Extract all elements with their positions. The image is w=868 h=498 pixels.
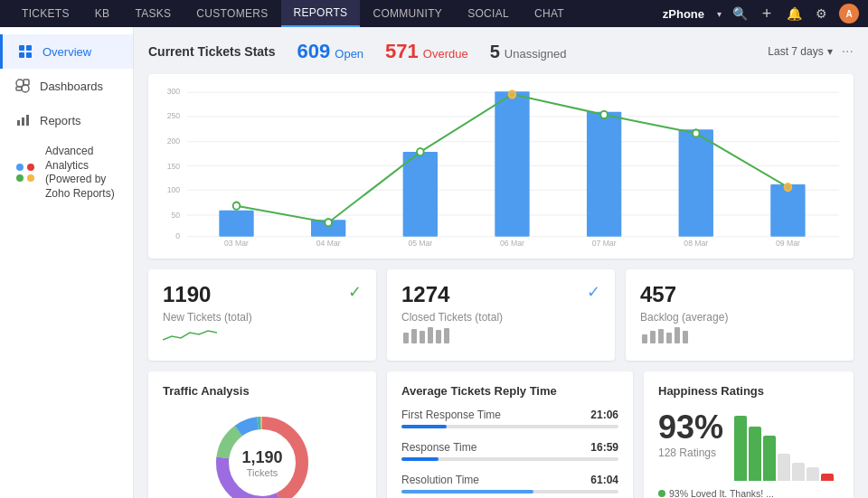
hap-dot-1	[658, 490, 665, 497]
new-tickets-label: New Tickets (total)	[163, 311, 362, 324]
nav-social[interactable]: SOCIAL	[455, 0, 522, 27]
reply-label-1: First Response Time	[401, 409, 501, 421]
svg-rect-6	[24, 80, 29, 85]
svg-rect-10	[26, 115, 29, 126]
svg-rect-33	[587, 112, 621, 237]
add-icon[interactable]: +	[758, 5, 776, 23]
svg-rect-51	[411, 329, 417, 343]
sidebar-label-dashboards: Dashboards	[40, 80, 103, 93]
svg-point-36	[233, 202, 241, 210]
svg-text:250: 250	[167, 111, 180, 120]
traffic-analysis-card: Traffic Analysis	[148, 371, 376, 498]
reply-val-2: 16:59	[590, 441, 618, 454]
svg-text:150: 150	[167, 161, 180, 170]
settings-icon[interactable]: ⚙	[812, 5, 830, 23]
svg-text:50: 50	[172, 211, 181, 220]
svg-point-13	[16, 174, 24, 182]
sidebar-item-reports[interactable]: Reports	[0, 103, 133, 137]
nav-tasks[interactable]: TASKS	[122, 0, 184, 27]
avatar[interactable]: A	[839, 4, 859, 23]
svg-point-39	[509, 90, 516, 98]
svg-rect-29	[219, 211, 253, 237]
dropdown-icon: ▾	[717, 9, 722, 19]
donut-wrap: 1,190 Tickets	[163, 409, 362, 498]
sidebar-item-overview[interactable]: Overview	[0, 34, 133, 69]
svg-rect-59	[666, 333, 672, 343]
search-icon[interactable]: 🔍	[731, 5, 749, 23]
reply-bar-fill-3	[401, 490, 533, 493]
reply-bar-bg-1	[401, 425, 618, 428]
sparkline-1	[163, 324, 217, 345]
svg-rect-60	[675, 327, 680, 343]
nav-reports[interactable]: REPORTS	[281, 0, 361, 27]
sparkline-2	[401, 324, 456, 345]
metric-new-tickets: 1190 ✓ New Tickets (total)	[148, 269, 376, 361]
reply-bar-bg-3	[401, 490, 618, 493]
hap-bar-5	[792, 463, 805, 481]
overdue-stat: 571 Overdue	[385, 40, 468, 63]
notification-icon[interactable]: 🔔	[785, 5, 803, 23]
header-right: Last 7 days ▾ ···	[768, 43, 854, 60]
hap-bar-2	[749, 427, 761, 481]
reply-header-1: First Response Time 21:06	[401, 409, 618, 421]
reply-header-2: Response Time 16:59	[401, 441, 618, 454]
metric-top-2: 1274 ✓	[401, 282, 600, 307]
hap-bar-6	[807, 467, 819, 481]
svg-rect-54	[436, 330, 441, 343]
overdue-num: 571	[385, 40, 419, 63]
reports-icon	[14, 112, 31, 128]
traffic-title: Traffic Analysis	[163, 384, 362, 398]
nav-customers[interactable]: CUSTOMERS	[184, 0, 280, 27]
svg-text:03 Mar: 03 Mar	[224, 239, 249, 248]
reply-label-2: Response Time	[401, 441, 476, 454]
closed-tickets-num: 1274	[401, 282, 449, 307]
bar-chart-card: 300 250 200 150 100 50 0	[148, 74, 854, 258]
hap-legend-1: 93% Loved It. Thanks! ...	[658, 486, 839, 498]
svg-text:05 Mar: 05 Mar	[408, 239, 432, 248]
svg-rect-34	[679, 129, 713, 236]
svg-rect-55	[444, 328, 449, 343]
open-label: Open	[335, 47, 363, 61]
svg-text:08 Mar: 08 Mar	[684, 239, 708, 248]
backlog-num: 457	[640, 282, 676, 307]
nav-kb[interactable]: KB	[82, 0, 123, 27]
reply-item-1: First Response Time 21:06	[401, 409, 618, 428]
hap-bar-4	[778, 454, 790, 481]
svg-point-38	[417, 148, 424, 155]
svg-point-42	[785, 183, 792, 191]
hap-bar-area	[734, 409, 839, 481]
check-icon-2: ✓	[587, 282, 600, 302]
overview-icon	[17, 43, 33, 60]
svg-point-40	[600, 111, 608, 118]
reply-label-3: Resolution Time	[401, 474, 479, 486]
reply-bar-bg-2	[401, 457, 618, 461]
hap-bar-1	[734, 416, 747, 481]
open-stat: 609 Open	[297, 40, 364, 63]
nav-tickets[interactable]: TICKETS	[9, 0, 82, 27]
happiness-left: 93% 128 Ratings	[658, 409, 723, 466]
nav-right: zPhone ▾ 🔍 + 🔔 ⚙ A	[663, 4, 859, 23]
nav-community[interactable]: COMMUNITY	[360, 0, 455, 27]
reply-item-2: Response Time 16:59	[401, 441, 618, 461]
sidebar-item-advanced[interactable]: Advanced Analytics (Powered by Zoho Repo…	[0, 137, 133, 208]
more-options-icon[interactable]: ···	[842, 43, 854, 60]
brand-name[interactable]: zPhone	[663, 7, 704, 21]
check-icon-1: ✓	[348, 282, 362, 302]
svg-text:04 Mar: 04 Mar	[316, 239, 341, 248]
sidebar-label-advanced: Advanced Analytics (Powered by Zoho Repo…	[45, 145, 118, 201]
metric-row: 1190 ✓ New Tickets (total) 1274 ✓ Closed…	[148, 269, 854, 361]
happiness-content: 93% 128 Ratings	[658, 409, 839, 486]
svg-rect-7	[16, 87, 22, 90]
sidebar-item-dashboards[interactable]: Dashboards	[0, 69, 133, 103]
svg-point-14	[27, 174, 34, 182]
advanced-icon	[14, 162, 36, 183]
nav-chat[interactable]: CHAT	[522, 0, 577, 27]
reply-time-title: Average Tickets Reply Time	[401, 384, 618, 398]
svg-rect-35	[770, 184, 805, 237]
reply-val-1: 21:06	[590, 409, 618, 421]
backlog-label: Backlog (average)	[640, 311, 839, 324]
date-range-picker[interactable]: Last 7 days ▾	[768, 45, 832, 58]
svg-rect-32	[495, 91, 529, 236]
bar-chart-svg: 300 250 200 150 100 50 0	[163, 85, 839, 248]
svg-point-5	[22, 85, 29, 92]
